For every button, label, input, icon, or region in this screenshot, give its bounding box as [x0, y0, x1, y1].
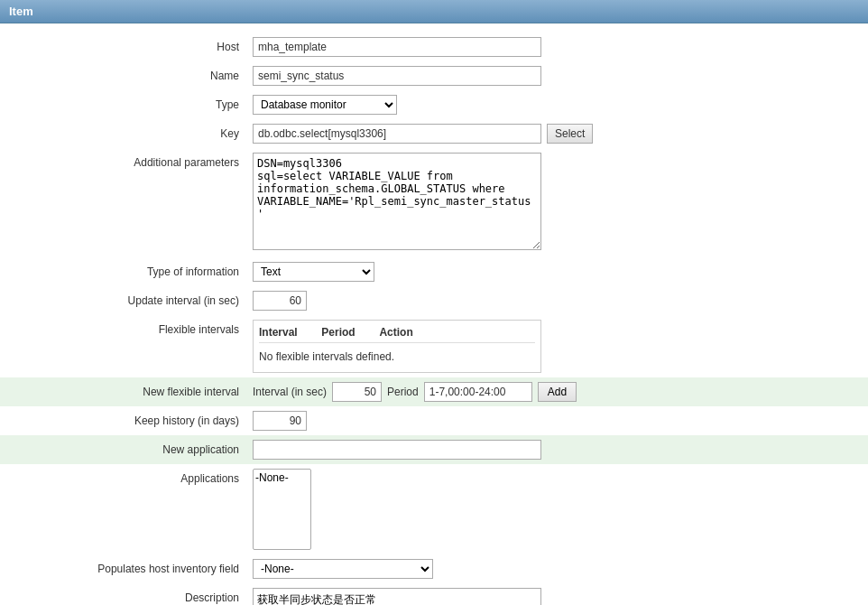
name-row: Name — [0, 61, 868, 90]
type-of-information-select[interactable]: Text Numeric (unsigned) Numeric (float) … — [253, 262, 374, 282]
update-interval-label: Update interval (in sec) — [18, 291, 253, 307]
key-control: Select — [253, 124, 850, 144]
flexible-header: Interval Period Action — [259, 326, 535, 343]
populates-host-inventory-select[interactable]: -None- Alias Notes OS Hardware — [253, 559, 433, 579]
type-select[interactable]: Database monitor Zabbix agent SNMP Simpl… — [253, 95, 397, 115]
new-application-label: New application — [18, 440, 253, 456]
type-of-information-control: Text Numeric (unsigned) Numeric (float) … — [253, 262, 850, 282]
description-label: Description — [18, 588, 253, 604]
additional-parameters-textarea[interactable]: DSN=mysql3306 sql=select VARIABLE_VALUE … — [253, 153, 541, 250]
host-row: Host — [0, 33, 868, 61]
name-label: Name — [18, 66, 253, 82]
flexible-box: Interval Period Action No flexible inter… — [253, 320, 541, 373]
additional-parameters-row: Additional parameters DSN=mysql3306 sql=… — [0, 148, 868, 257]
title-text: Item — [9, 5, 33, 18]
new-application-control — [253, 440, 850, 460]
populates-host-inventory-label: Populates host inventory field — [18, 559, 253, 575]
keep-history-label: Keep history (in days) — [18, 411, 253, 427]
title-bar: Item — [0, 0, 868, 23]
populates-host-inventory-row: Populates host inventory field -None- Al… — [0, 554, 868, 583]
type-row: Type Database monitor Zabbix agent SNMP … — [0, 90, 868, 119]
keep-history-row: Keep history (in days) — [0, 406, 868, 435]
description-row: Description 获取半同步状态是否正常 — [0, 583, 868, 605]
update-interval-input[interactable] — [253, 291, 307, 311]
applications-control: -None- — [253, 469, 850, 550]
update-interval-row: Update interval (in sec) — [0, 286, 868, 315]
additional-parameters-control: DSN=mysql3306 sql=select VARIABLE_VALUE … — [253, 153, 850, 253]
key-input[interactable] — [253, 124, 541, 144]
applications-listbox[interactable]: -None- — [253, 469, 311, 550]
period-col-header: Period — [321, 326, 355, 339]
description-control: 获取半同步状态是否正常 — [253, 588, 850, 605]
flexible-intervals-row: Flexible intervals Interval Period Actio… — [0, 315, 868, 377]
keep-history-input[interactable] — [253, 411, 307, 431]
key-row: Key Select — [0, 119, 868, 148]
type-of-information-row: Type of information Text Numeric (unsign… — [0, 257, 868, 286]
new-flexible-interval-row: New flexible interval Interval (in sec) … — [0, 377, 868, 406]
flexible-intervals-label: Flexible intervals — [18, 320, 253, 336]
keep-history-control — [253, 411, 850, 431]
key-label: Key — [18, 124, 253, 140]
applications-label: Applications — [18, 469, 253, 485]
name-input[interactable] — [253, 66, 541, 86]
add-interval-button[interactable]: Add — [538, 382, 577, 402]
update-interval-control — [253, 291, 850, 311]
flexible-no-items: No flexible intervals defined. — [259, 347, 535, 367]
name-control — [253, 66, 850, 86]
new-flexible-interval-label: New flexible interval — [18, 382, 253, 398]
period-label: Period — [387, 386, 419, 398]
interval-col-header: Interval — [259, 326, 298, 339]
action-col-header: Action — [379, 326, 412, 339]
key-select-button[interactable]: Select — [547, 124, 593, 144]
form-body: Host Name Type Database monitor Zabbix a… — [0, 23, 868, 605]
host-input[interactable] — [253, 37, 541, 57]
host-label: Host — [18, 37, 253, 53]
applications-row: Applications -None- — [0, 464, 868, 554]
new-application-input[interactable] — [253, 440, 541, 460]
description-textarea[interactable]: 获取半同步状态是否正常 — [253, 588, 541, 605]
page-wrapper: Item Host Name Type Database monitor Zab… — [0, 0, 868, 605]
interval-value-input[interactable] — [332, 382, 382, 402]
type-label: Type — [18, 95, 253, 111]
type-control: Database monitor Zabbix agent SNMP Simpl… — [253, 95, 850, 115]
period-value-input[interactable] — [424, 382, 532, 402]
new-flexible-interval-control: Interval (in sec) Period Add — [253, 382, 850, 402]
populates-host-inventory-control: -None- Alias Notes OS Hardware — [253, 559, 850, 579]
host-control — [253, 37, 850, 57]
type-of-information-label: Type of information — [18, 262, 253, 278]
interval-in-sec-label: Interval (in sec) — [253, 386, 327, 398]
additional-parameters-label: Additional parameters — [18, 153, 253, 169]
flexible-intervals-control: Interval Period Action No flexible inter… — [253, 320, 850, 373]
new-application-row: New application — [0, 435, 868, 464]
